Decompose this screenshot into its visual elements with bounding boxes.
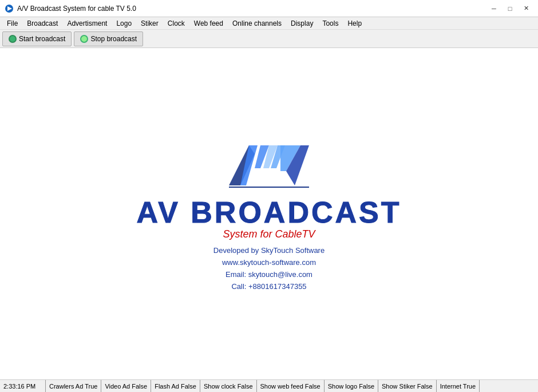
- status-time: 2:33:16 PM: [0, 380, 46, 392]
- menu-online-channels[interactable]: Online channels: [228, 17, 286, 29]
- app-icon: [5, 4, 14, 13]
- av-broadcast-title: AV BROADCAST: [136, 197, 401, 227]
- menu-file[interactable]: File: [2, 17, 22, 29]
- website: www.skytouch-software.com: [222, 258, 316, 267]
- menu-advertisment[interactable]: Advertisment: [62, 17, 112, 29]
- status-flash-ad: Flash Ad False: [151, 380, 200, 392]
- menu-stiker[interactable]: Stiker: [136, 17, 163, 29]
- menu-display[interactable]: Display: [286, 17, 318, 29]
- window-controls: ─ □ ✕: [486, 3, 533, 14]
- status-show-web-feed: Show web feed False: [257, 380, 325, 392]
- main-content: AV BROADCAST System for CableTV Develope…: [0, 48, 538, 379]
- status-bar: 2:33:16 PM Crawlers Ad True Video Ad Fal…: [0, 379, 538, 392]
- title-bar: A/V Broadcast System for cable TV 5.0 ─ …: [0, 0, 538, 17]
- menu-bar: File Broadcast Advertisment Logo Stiker …: [0, 17, 538, 30]
- stop-broadcast-icon: [80, 35, 88, 43]
- menu-tools[interactable]: Tools: [318, 17, 343, 29]
- menu-help[interactable]: Help: [343, 17, 366, 29]
- splash-area: AV BROADCAST System for CableTV Develope…: [136, 137, 401, 291]
- menu-broadcast[interactable]: Broadcast: [22, 17, 62, 29]
- stop-broadcast-button[interactable]: Stop broadcast: [74, 31, 143, 46]
- menu-webfeed[interactable]: Web feed: [189, 17, 228, 29]
- start-broadcast-button[interactable]: Start broadcast: [2, 31, 72, 46]
- start-broadcast-icon: [9, 35, 17, 43]
- start-broadcast-label: Start broadcast: [19, 35, 65, 43]
- maximize-button[interactable]: □: [503, 3, 517, 14]
- status-internet: Internet True: [437, 380, 480, 392]
- close-button[interactable]: ✕: [519, 3, 533, 14]
- stop-broadcast-label: Stop broadcast: [90, 35, 137, 43]
- menu-logo[interactable]: Logo: [112, 17, 136, 29]
- status-show-stiker: Show Stiker False: [378, 380, 437, 392]
- minimize-button[interactable]: ─: [486, 3, 501, 14]
- status-show-logo: Show logo False: [325, 380, 378, 392]
- status-crawlers-ad: Crawlers Ad True: [46, 380, 101, 392]
- status-video-ad: Video Ad False: [101, 380, 151, 392]
- system-subtitle: System for CableTV: [223, 228, 315, 240]
- status-show-clock: Show clock False: [200, 380, 257, 392]
- toolbar: Start broadcast Stop broadcast: [0, 30, 538, 48]
- title-text: A/V Broadcast System for cable TV 5.0: [17, 5, 136, 13]
- av-logo: [212, 137, 326, 194]
- menu-clock[interactable]: Clock: [163, 17, 189, 29]
- call: Call: +8801617347355: [231, 282, 306, 291]
- email: Email: skytouch@live.com: [226, 270, 312, 279]
- title-left: A/V Broadcast System for cable TV 5.0: [5, 4, 136, 13]
- developed-by: Developed by SkyTouch Software: [213, 246, 325, 255]
